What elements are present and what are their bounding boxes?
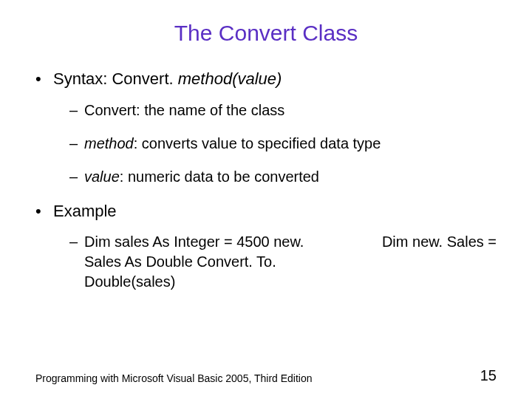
footer: Programming with Microsoft Visual Basic … [35, 367, 497, 384]
footer-text: Programming with Microsoft Visual Basic … [35, 372, 313, 384]
syntax-value-seg: (value) [232, 69, 282, 88]
syntax-sublist: Convert: the name of the class method: c… [69, 100, 497, 187]
page-number: 15 [480, 367, 497, 384]
bullet-example: Example Dim sales As Integer = 4500 new.… [35, 200, 497, 293]
sub-method-word: method [84, 135, 134, 151]
bullet-syntax: Syntax: Convert. method(value) Convert: … [35, 68, 497, 187]
sub-value-rest: : numeric data to be converted [120, 168, 319, 185]
sub-value-word: value [84, 168, 120, 185]
slide-title: The Convert Class [35, 21, 497, 46]
example-label: Example [53, 202, 117, 220]
example-right: Dim new. Sales = [340, 232, 497, 252]
bullet-list: Syntax: Convert. method(value) Convert: … [35, 68, 497, 292]
example-item: Dim sales As Integer = 4500 new. Sales A… [69, 232, 497, 292]
example-wrap: Dim sales As Integer = 4500 new. Sales A… [84, 232, 497, 292]
syntax-method-word: method [178, 69, 232, 88]
example-left: Dim sales As Integer = 4500 new. Sales A… [84, 232, 324, 292]
sub-method: method: converts value to specified data… [69, 134, 497, 154]
syntax-prefix: Syntax: Convert. [53, 69, 178, 88]
slide: The Convert Class Syntax: Convert. metho… [0, 0, 532, 399]
sub-value: value: numeric data to be converted [69, 167, 497, 187]
example-sublist: Dim sales As Integer = 4500 new. Sales A… [69, 232, 497, 292]
sub-method-rest: : converts value to specified data type [134, 135, 381, 151]
sub-convert: Convert: the name of the class [69, 100, 497, 120]
